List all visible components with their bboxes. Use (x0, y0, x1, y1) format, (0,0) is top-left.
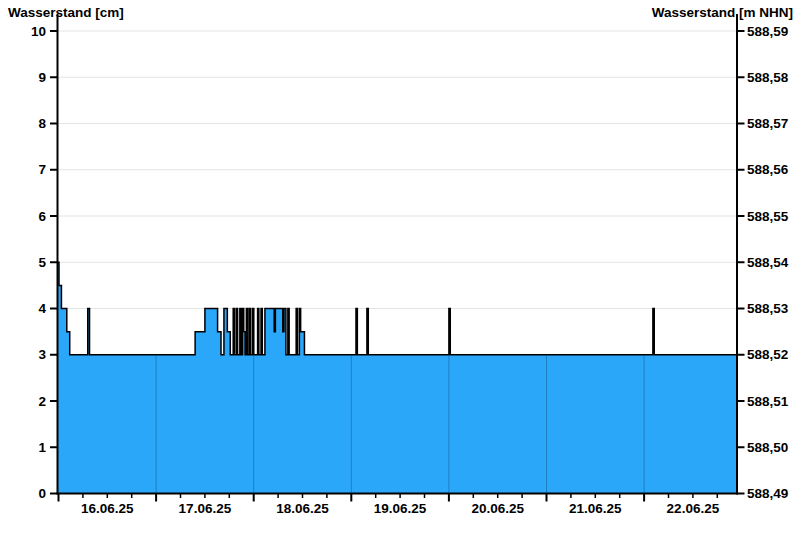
y-right-tick-label: 588,55 (747, 209, 789, 224)
y-left-tick-label: 4 (38, 301, 46, 316)
x-tick-label: 16.06.25 (81, 501, 134, 516)
y-left-tick-label: 0 (38, 486, 46, 501)
x-tick-label: 22.06.25 (667, 501, 720, 516)
y-right-tick-label: 588,59 (747, 24, 788, 39)
y-left-tick-label: 9 (38, 70, 46, 85)
area-fill (58, 262, 738, 493)
y-right-tick-label: 588,56 (747, 162, 789, 177)
y-right-tick-label: 588,49 (747, 486, 788, 501)
x-tick-label: 21.06.25 (569, 501, 622, 516)
y-left-tick-label: 10 (31, 24, 46, 39)
y-left-tick-label: 6 (38, 209, 46, 224)
y-right-tick-label: 588,54 (747, 255, 789, 270)
y-right-tick-label: 588,57 (747, 116, 788, 131)
y-right-tick-label: 588,51 (747, 394, 789, 409)
y-left-tick-label: 5 (38, 255, 46, 270)
y-left-tick-label: 3 (38, 347, 46, 362)
x-tick-label: 19.06.25 (374, 501, 427, 516)
right-axis-title: Wasserstand [m NHN] (652, 5, 793, 20)
y-left-tick-label: 7 (38, 162, 46, 177)
water-level-step-chart: 0588,491588,502588,513588,524588,535588,… (0, 0, 800, 550)
water-level-chart-page: Wasserstand [cm] Wasserstand [m NHN] 058… (0, 0, 800, 550)
y-right-tick-label: 588,52 (747, 347, 788, 362)
y-right-tick-label: 588,58 (747, 70, 789, 85)
x-tick-label: 20.06.25 (471, 501, 524, 516)
y-left-tick-label: 8 (38, 116, 46, 131)
y-right-tick-label: 588,53 (747, 301, 789, 316)
y-left-tick-label: 2 (38, 394, 46, 409)
y-left-tick-label: 1 (38, 440, 46, 455)
x-tick-label: 17.06.25 (179, 501, 232, 516)
left-axis-title: Wasserstand [cm] (8, 5, 124, 20)
y-right-tick-label: 588,50 (747, 440, 788, 455)
x-tick-label: 18.06.25 (276, 501, 329, 516)
